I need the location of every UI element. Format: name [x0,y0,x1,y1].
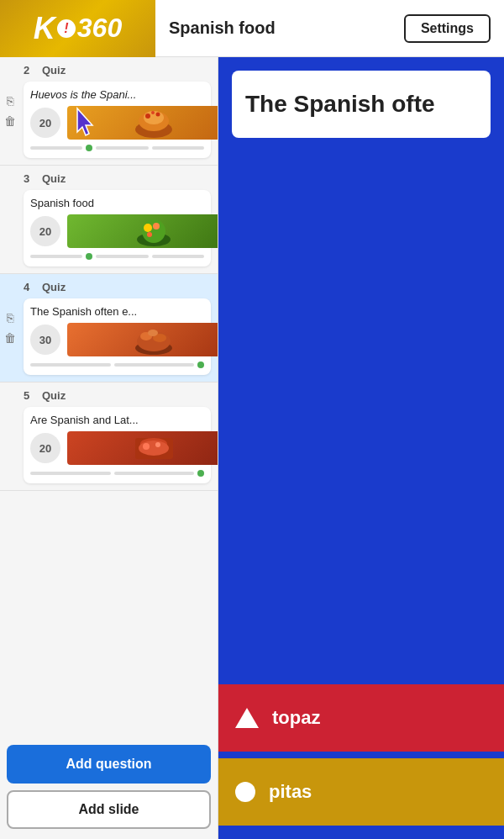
main-content: The Spanish ofte topaz pitas [218,57,504,839]
page-title: Spanish food [169,18,276,38]
answer-label-1: topaz [272,707,320,729]
svg-point-11 [147,232,152,237]
svg-point-20 [143,443,150,450]
answer-card-2[interactable]: pitas [218,758,504,826]
progress-bar-4a [30,363,111,367]
svg-point-3 [145,113,150,119]
food-thumb-svg-4 [131,323,177,356]
section-5-header: 5 Quiz [24,389,211,402]
quiz-card-4-title: The Spanish often e... [30,305,204,318]
quiz-card-2-title: Huevos is the Spani... [30,88,204,101]
progress-bars-4 [30,361,204,368]
progress-bar-4b [114,363,195,367]
quiz-card-4-body: 30 [30,323,204,356]
question-text: The Spanish ofte [245,91,435,118]
progress-bars-3 [30,253,204,260]
logo-text: K!360 [34,11,122,46]
points-badge-4: 30 [30,325,60,355]
quiz-card-5[interactable]: Are Spanish and Lat... 20 [24,407,211,483]
section-3-type: Quiz [42,172,66,185]
progress-dot-3 [86,253,92,260]
points-badge-5: 20 [30,433,60,463]
quiz-section-3[interactable]: 3 Quiz Spanish food 20 [0,166,218,274]
svg-point-5 [151,111,155,114]
quiz-card-2[interactable]: Huevos is the Spani... 20 [24,82,211,158]
progress-dot-5 [197,470,204,477]
svg-point-19 [139,441,169,456]
answer-label-2: pitas [269,781,312,803]
section-4-type: Quiz [42,281,66,293]
settings-button[interactable]: Settings [404,14,491,43]
section-4-header: 4 Quiz [24,281,211,293]
delete-icon-2[interactable]: 🗑 [2,113,18,129]
answer-card-1[interactable]: topaz [218,684,504,752]
progress-bars-2 [30,145,204,151]
progress-dot-2 [86,145,92,151]
quiz-card-5-body: 20 [30,431,204,465]
quiz-card-5-title: Are Spanish and Lat... [30,414,204,426]
progress-bar-3a [30,255,82,258]
quiz-card-2-body: 20 [30,106,204,140]
logo: K!360 [0,0,155,57]
food-thumb-svg-2 [131,106,177,140]
triangle-icon [235,708,259,728]
progress-bar-2c [152,146,204,150]
progress-bar-2a [30,146,82,150]
points-badge-2: 20 [30,108,60,138]
question-box: The Spanish ofte [232,71,491,138]
svg-point-10 [153,223,160,230]
section-5-type: Quiz [42,389,66,402]
progress-dot-4 [197,361,204,368]
exclamation-icon: ! [57,19,76,38]
side-icons-4: ⎘ 🗑 [2,309,18,346]
food-thumb-svg-5 [131,431,177,465]
svg-point-9 [144,224,152,232]
side-icons-2: ⎘ 🗑 [2,92,18,129]
quiz-card-3[interactable]: Spanish food 20 [24,190,211,266]
circle-icon [235,782,255,802]
main-area: 2 Quiz Huevos is the Spani... 20 [0,57,504,839]
section-2-header: 2 Quiz [24,64,211,77]
food-thumb-svg-3 [131,214,177,248]
progress-bar-3c [152,255,204,258]
answers-area: topaz pitas [218,138,504,839]
copy-icon-2[interactable]: ⎘ [2,92,18,109]
sidebar: 2 Quiz Huevos is the Spani... 20 [0,57,218,839]
points-badge-3: 20 [30,216,60,246]
app-header: K!360 Spanish food Settings [0,0,504,57]
section-2-number: 2 [24,64,37,77]
section-4-number: 4 [24,281,37,293]
add-question-button[interactable]: Add question [7,745,211,784]
quiz-thumb-2 [67,106,218,140]
progress-bars-5 [30,470,204,477]
quiz-section-2[interactable]: 2 Quiz Huevos is the Spani... 20 [0,57,218,166]
section-2-type: Quiz [42,64,66,77]
logo-360: 360 [77,13,122,44]
progress-bar-5b [114,472,195,475]
copy-icon-4[interactable]: ⎘ [2,309,18,326]
quiz-section-4[interactable]: 4 Quiz The Spanish often e... 30 [0,274,218,383]
add-slide-button[interactable]: Add slide [7,790,211,829]
quiz-thumb-3 [67,214,218,248]
progress-bar-2b [96,146,148,150]
quiz-thumb-5 [67,431,218,465]
svg-point-21 [155,442,160,447]
quiz-card-4[interactable]: The Spanish often e... 30 [24,298,211,375]
section-3-number: 3 [24,172,37,185]
section-5-number: 5 [24,389,37,402]
delete-icon-4[interactable]: 🗑 [2,330,18,346]
quiz-section-5[interactable]: 5 Quiz Are Spanish and Lat... 20 [0,383,218,491]
progress-bar-5a [30,472,111,475]
sidebar-buttons: Add question Add slide [0,735,218,839]
section-3-header: 3 Quiz [24,172,211,185]
svg-point-16 [148,330,158,336]
quiz-card-3-body: 20 [30,214,204,248]
header-title-area: Spanish food Settings [155,14,504,43]
quiz-thumb-4 [67,323,218,356]
progress-bar-3b [96,255,148,258]
quiz-card-3-title: Spanish food [30,197,204,209]
svg-point-4 [156,113,160,117]
